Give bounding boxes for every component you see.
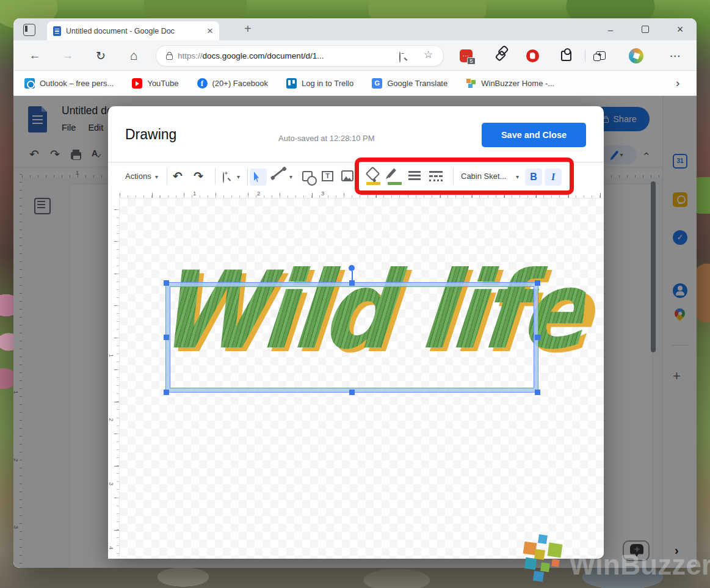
extension-badge-count: 5 (467, 57, 475, 65)
save-and-close-button[interactable]: Save and Close (482, 123, 586, 147)
window-close-button[interactable]: × (666, 18, 694, 40)
actions-menu[interactable]: Actions (125, 172, 151, 181)
address-bar-row: ← → ↻ ⌂ https://docs.google.com/document… (13, 40, 697, 71)
line-caret-icon: ▾ (289, 173, 292, 180)
zoom-caret-icon: ▾ (237, 173, 240, 180)
dialog-title: Drawing (125, 126, 176, 143)
zoom-out-icon[interactable]: – (399, 52, 400, 63)
home-button[interactable]: ⌂ (126, 48, 142, 64)
handle-top-right[interactable] (535, 280, 540, 286)
link-extension-icon[interactable] (493, 48, 508, 63)
handle-bottom-center[interactable] (349, 390, 355, 395)
winbuzzer-icon (466, 78, 476, 89)
select-tool[interactable] (250, 169, 267, 186)
collections-icon[interactable] (593, 48, 608, 63)
handle-top-left[interactable] (164, 280, 169, 286)
address-bar[interactable]: https://docs.google.com/document/d/1... … (156, 45, 444, 67)
actions-caret-icon: ▾ (155, 173, 158, 180)
docs-content: Untitled document File Edit Share ↶ ↷ A✓… (13, 96, 697, 568)
bookmark-facebook[interactable]: f (20+) Facebook (197, 78, 268, 89)
image-tool[interactable] (341, 170, 353, 181)
docs-favicon (53, 26, 61, 36)
browser-tab[interactable]: Untitled document - Google Doc × (47, 21, 219, 40)
lock-icon (166, 54, 173, 60)
new-tab-button[interactable]: + (244, 23, 252, 35)
line-tool[interactable] (272, 169, 284, 178)
zoom-tool-icon[interactable]: + (223, 172, 224, 183)
handle-middle-right[interactable] (535, 335, 540, 340)
toolbar-divider (585, 49, 585, 62)
select-cursor-icon (254, 172, 263, 183)
youtube-icon (132, 78, 142, 89)
browser-window: Untitled document - Google Doc × + – × ←… (13, 18, 697, 568)
handle-middle-left[interactable] (164, 335, 169, 340)
forward-button[interactable]: → (60, 48, 76, 64)
tab-strip: Untitled document - Google Doc × + – × (13, 18, 697, 40)
outlook-icon (24, 78, 35, 89)
dialog-ruler-vertical: 1 2 3 4 5 (108, 198, 120, 559)
handle-bottom-left[interactable] (164, 390, 169, 395)
maximize-button[interactable] (631, 18, 659, 40)
browser-menu-icon[interactable]: ⋯ (668, 48, 683, 63)
extensions-puzzle-icon[interactable] (559, 48, 573, 63)
url-text: https://docs.google.com/document/d/1... (178, 51, 324, 60)
autosave-status: Auto-saved at 12:28:10 PM (278, 134, 375, 143)
trello-icon (286, 78, 297, 89)
adblock-hand-icon[interactable] (525, 48, 540, 63)
handle-top-center[interactable] (349, 280, 355, 286)
shape-tool[interactable] (302, 171, 313, 181)
refresh-button[interactable]: ↻ (93, 48, 109, 64)
translate-icon (372, 78, 382, 89)
redo-button[interactable]: ↷ (194, 169, 203, 184)
bookmark-winbuzzer[interactable]: WinBuzzer Home -... (466, 78, 554, 89)
bookmark-trello[interactable]: Log in to Trello (286, 78, 353, 89)
tab-close-icon[interactable]: × (207, 26, 213, 36)
tab-title: Untitled document - Google Doc (66, 27, 207, 35)
undo-button[interactable]: ↶ (173, 169, 183, 184)
selection-box[interactable] (166, 283, 538, 392)
profile-avatar[interactable] (629, 48, 643, 63)
drawing-canvas[interactable]: Wild life Wild life (120, 198, 604, 559)
facebook-icon: f (197, 78, 208, 89)
rotation-handle[interactable] (349, 265, 355, 271)
bookmark-outlook[interactable]: Outlook – free pers... (24, 78, 114, 89)
handle-bottom-right[interactable] (535, 390, 540, 395)
bookmarks-overflow-chevron[interactable]: › (676, 76, 679, 90)
bookmarks-bar: Outlook – free pers... YouTube f (20+) F… (13, 71, 697, 96)
drawing-dialog: Drawing Auto-saved at 12:28:10 PM Save a… (108, 106, 604, 559)
favorite-star-icon[interactable]: ☆ (424, 49, 433, 60)
extension-red-badge[interactable]: ⋯5 (458, 48, 473, 63)
bookmark-translate[interactable]: Google Translate (372, 78, 447, 89)
text-box-tool[interactable]: T (322, 171, 333, 181)
tab-actions-icon[interactable] (23, 24, 35, 36)
red-highlight-annotation (355, 158, 574, 195)
minimize-button[interactable]: – (596, 18, 625, 40)
back-button[interactable]: ← (27, 48, 43, 64)
bookmark-youtube[interactable]: YouTube (132, 78, 178, 89)
